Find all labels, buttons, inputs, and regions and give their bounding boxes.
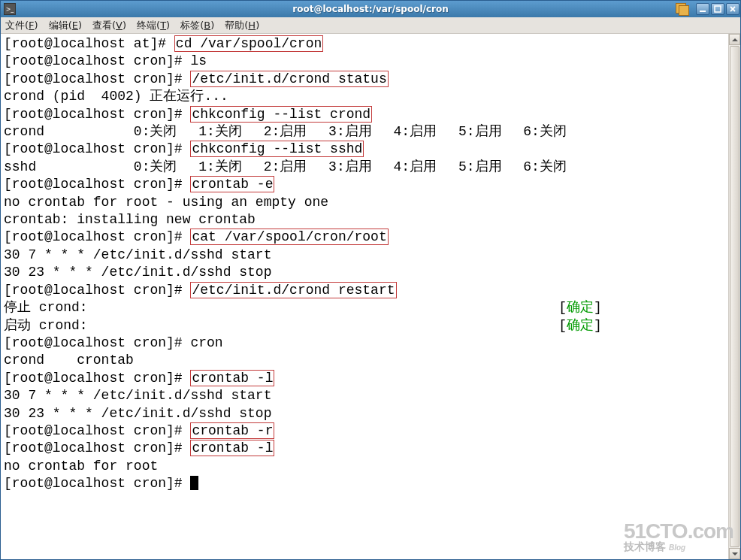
titlebar-right-group [674,2,740,16]
cmd-chkconfig-sshd: chkconfig --list sshd [190,141,364,157]
prompt: [root@localhost cron]# [4,476,190,491]
prompt: [root@localhost cron]# [4,283,190,298]
scroll-up-button[interactable] [729,34,740,45]
prompt: [root@localhost cron]# [4,371,190,386]
prompt: [root@localhost cron]# [4,71,190,86]
menu-file[interactable]: 文件(F) [5,19,38,32]
terminal-window: root@localhost:/var/spool/cron 文件(F) 编辑(… [0,0,741,560]
out-cat2: 30 23 * * * /etc/init.d/sshd stop [4,264,725,281]
cmd-crontab-e: crontab -e [190,176,274,192]
cmd-crontab-l2: crontab -l [190,440,274,456]
svg-rect-0 [700,11,706,12]
menu-tabs[interactable]: 标签(B) [180,19,214,32]
menubar: 文件(F) 编辑(E) 查看(V) 终端(T) 标签(B) 帮助(H) [1,17,740,34]
cmd-ls: ls [190,53,207,68]
cmd-crontab-l: crontab -l [190,370,274,386]
text-cursor [190,476,198,490]
terminal-app-icon [4,3,16,15]
menu-edit[interactable]: 编辑(E) [49,19,82,32]
status-ok: 确定 [567,300,594,315]
terminal-output[interactable]: [root@localhost at]# cd /var/spool/cron[… [1,34,728,559]
chevron-down-icon [732,552,738,555]
prompt: [root@localhost cron]# [4,53,190,68]
out-chkconfig-crond: crond 0:关闭 1:关闭 2:启用 3:启用 4:启用 5:启用 6:关闭 [4,123,725,141]
out-cat1: 30 7 * * * /etc/init.d/sshd start [4,247,725,264]
prompt: [root@localhost cron]# [4,107,190,122]
out-tabcomplete: crond crontab [4,352,725,369]
vertical-scrollbar[interactable] [728,34,740,559]
scrollbar-thumb[interactable] [730,46,739,547]
out-no-root: no crontab for root [4,458,725,475]
status-ok: 确定 [567,318,594,333]
cmd-crontab-r: crontab -r [190,422,274,439]
cmd-crond-status: /etc/init.d/crond status [190,71,388,87]
scroll-down-button[interactable] [729,548,740,559]
out-list2: 30 23 * * * /etc/init.d/sshd stop [4,405,725,422]
svg-rect-1 [715,6,721,12]
cmd-cd: cd /var/spool/cron [174,35,323,52]
menu-view[interactable]: 查看(V) [92,19,126,32]
prompt: [root@localhost at]# [4,36,174,51]
out-installing: crontab: installing new crontab [4,211,725,229]
menu-terminal[interactable]: 终端(T) [137,19,170,32]
prompt: [root@localhost cron]# [4,423,190,438]
window-title: root@localhost:/var/spool/cron [1,4,740,14]
cmd-chkconfig-crond: chkconfig --list crond [190,106,372,123]
cmd-cron-tabcomplete: cron [190,335,222,350]
window-stack-icon [674,2,689,16]
prompt: [root@localhost cron]# [4,141,190,156]
client-area: [root@localhost at]# cd /var/spool/cron[… [1,34,740,559]
out-stop-crond: 停止 crond: [4,300,88,315]
out-chkconfig-sshd: sshd 0:关闭 1:关闭 2:启用 3:启用 4:启用 5:启用 6:关闭 [4,159,725,176]
prompt: [root@localhost cron]# [4,229,190,244]
chevron-up-icon [732,38,738,41]
out-no-crontab: no crontab for root - using an empty one [4,194,725,211]
prompt: [root@localhost cron]# [4,335,190,350]
cmd-cat-root: cat /var/spool/cron/root [190,229,388,245]
prompt: [root@localhost cron]# [4,440,190,456]
out-list1: 30 7 * * * /etc/init.d/sshd start [4,387,725,404]
out-start-crond: 启动 crond: [4,318,88,333]
titlebar: root@localhost:/var/spool/cron [1,1,740,17]
close-button[interactable] [726,3,739,15]
out-status: crond (pid 4002) 正在运行... [4,88,725,105]
prompt: [root@localhost cron]# [4,177,190,192]
menu-help[interactable]: 帮助(H) [225,19,259,32]
cmd-crond-restart: /etc/init.d/crond restart [190,282,396,298]
maximize-button[interactable] [711,3,724,15]
minimize-button[interactable] [696,3,709,15]
